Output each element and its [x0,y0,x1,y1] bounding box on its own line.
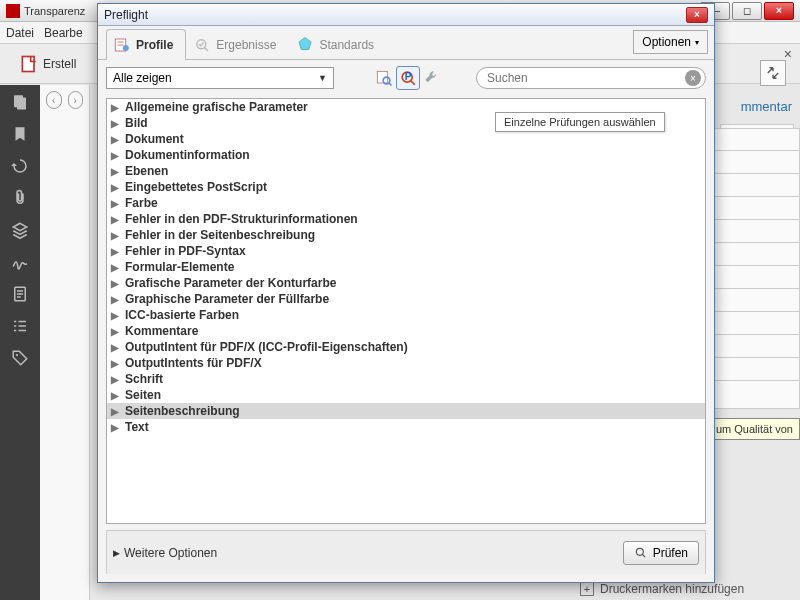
bookmark-icon[interactable] [11,125,29,143]
profiles-view-icon[interactable] [372,66,396,90]
nav-back-icon[interactable]: ‹ [46,91,62,109]
expand-triangle-icon[interactable]: ▶ [111,166,121,177]
comment-panel-label[interactable]: mmentar [733,95,800,118]
tree-category[interactable]: ▶Seiten [107,387,705,403]
expand-triangle-icon[interactable]: ▶ [111,294,121,305]
fixups-icon[interactable] [420,66,444,90]
tree-category[interactable]: ▶Schrift [107,371,705,387]
tree-category-label: Formular-Elemente [125,260,234,274]
tree-category-label: Farbe [125,196,158,210]
expand-triangle-icon[interactable]: ▶ [111,246,121,257]
undo-icon[interactable] [11,157,29,175]
tree-category[interactable]: ▶Fehler in der Seitenbeschreibung [107,227,705,243]
tree-category[interactable]: ▶Formular-Elemente [107,259,705,275]
tree-category-label: Fehler in PDF-Syntax [125,244,246,258]
list-item[interactable] [712,335,800,358]
expand-triangle-icon[interactable]: ▶ [111,102,121,113]
tree-category[interactable]: ▶Dokumentinformation [107,147,705,163]
tree-category[interactable]: ▶ICC-basierte Farben [107,307,705,323]
tree-category[interactable]: ▶Graphische Parameter der Füllfarbe [107,291,705,307]
tab-results[interactable]: Ergebnisse [186,29,289,60]
search-field[interactable]: × [476,67,706,89]
expand-triangle-icon[interactable]: ▶ [111,406,121,417]
svg-point-9 [123,45,129,51]
expand-triangle-icon[interactable]: ▶ [111,134,121,145]
list-item[interactable] [712,312,800,335]
create-pdf-button[interactable]: Erstell [10,49,85,79]
filter-combo[interactable]: Alle zeigen ▼ [106,67,334,89]
expand-triangle-icon[interactable]: ▶ [111,310,121,321]
expand-triangle-icon[interactable]: ▶ [111,342,121,353]
tree-category-label: Grafische Parameter der Konturfarbe [125,276,336,290]
list-item[interactable] [712,243,800,266]
search-input[interactable] [487,71,685,85]
svg-point-7 [16,354,18,356]
expand-triangle-icon[interactable]: ▶ [111,422,121,433]
signature-icon[interactable] [11,253,29,271]
tree-category-label: ICC-basierte Farben [125,308,239,322]
tree-category[interactable]: ▶Fehler in den PDF-Strukturinformationen [107,211,705,227]
clear-search-icon[interactable]: × [685,70,701,86]
tree-category[interactable]: ▶Farbe [107,195,705,211]
tab-standards[interactable]: Standards [289,29,387,60]
expand-triangle-icon[interactable]: ▶ [111,182,121,193]
list-item[interactable] [712,266,800,289]
dialog-titlebar[interactable]: Preflight × [98,4,714,26]
attachment-icon[interactable] [11,189,29,207]
expand-icon[interactable] [760,60,786,86]
tree-category-label: Fehler in den PDF-Strukturinformationen [125,212,358,226]
pages-icon[interactable] [11,93,29,111]
tree-category[interactable]: ▶Dokument [107,131,705,147]
expand-triangle-icon[interactable]: ▶ [111,262,121,273]
list-item[interactable] [712,289,800,312]
options-button[interactable]: Optionen▾ [633,30,708,54]
more-options-toggle[interactable]: ▶ Weitere Optionen [113,546,623,560]
bottom-caption[interactable]: + Druckermarken hinzufügen [580,582,744,596]
tree-category-label: Kommentare [125,324,198,338]
list-item[interactable] [712,381,800,409]
expand-triangle-icon[interactable]: ▶ [111,326,121,337]
list-item[interactable] [712,197,800,220]
single-checks-icon[interactable]: P [396,66,420,90]
tree-category[interactable]: ▶Fehler in PDF-Syntax [107,243,705,259]
menu-edit[interactable]: Bearbe [44,26,83,40]
tab-profile[interactable]: Profile [106,29,186,60]
menu-file[interactable]: Datei [6,26,34,40]
list-item[interactable] [712,174,800,197]
list-item[interactable] [712,220,800,243]
expand-triangle-icon[interactable]: ▶ [111,278,121,289]
layers-icon[interactable] [11,221,29,239]
tooltip: um Qualität von [709,418,800,440]
tree-category[interactable]: ▶Text [107,419,705,435]
tag-icon[interactable] [11,349,29,367]
nav-fwd-icon[interactable]: › [68,91,84,109]
tree-category[interactable]: ▶Ebenen [107,163,705,179]
expand-triangle-icon[interactable]: ▶ [111,150,121,161]
expand-triangle-icon[interactable]: ▶ [111,358,121,369]
expand-triangle-icon[interactable]: ▶ [111,118,121,129]
list-item[interactable] [712,358,800,381]
expand-triangle-icon[interactable]: ▶ [111,198,121,209]
expand-triangle-icon[interactable]: ▶ [111,390,121,401]
close-button[interactable]: × [764,2,794,20]
doc-icon[interactable] [11,285,29,303]
tree-category[interactable]: ▶OutputIntent für PDF/X (ICC-Profil-Eige… [107,339,705,355]
tree-category[interactable]: ▶Seitenbeschreibung [107,403,705,419]
list-item[interactable] [712,151,800,174]
preflight-dialog: Preflight × Profile Ergebnisse Standards… [97,3,715,583]
category-tree[interactable]: ▶Allgemeine grafische Parameter▶Bild▶Dok… [106,98,706,524]
tree-category[interactable]: ▶Eingebettetes PostScript [107,179,705,195]
tree-category-label: Fehler in der Seitenbeschreibung [125,228,315,242]
expand-triangle-icon[interactable]: ▶ [111,374,121,385]
list-item[interactable] [712,128,800,151]
expand-triangle-icon[interactable]: ▶ [111,230,121,241]
tree-category[interactable]: ▶OutputIntents für PDF/X [107,355,705,371]
expand-triangle-icon[interactable]: ▶ [111,214,121,225]
maximize-button[interactable]: ◻ [732,2,762,20]
dialog-close-button[interactable]: × [686,7,708,23]
tree-category[interactable]: ▶Kommentare [107,323,705,339]
list-icon[interactable] [11,317,29,335]
run-check-button[interactable]: Prüfen [623,541,699,565]
tree-category[interactable]: ▶Grafische Parameter der Konturfarbe [107,275,705,291]
tooltip-single-checks: Einzelne Prüfungen auswählen [495,112,665,132]
